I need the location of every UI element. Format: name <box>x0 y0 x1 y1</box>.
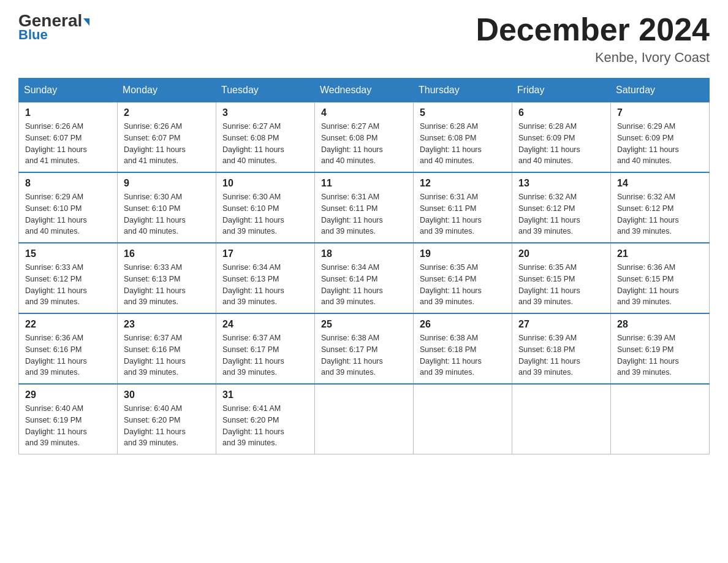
day-number: 6 <box>518 107 604 118</box>
day-info: Sunrise: 6:32 AM Sunset: 6:12 PM Dayligh… <box>518 191 604 237</box>
day-number: 18 <box>321 248 407 259</box>
table-row: 31 Sunrise: 6:41 AM Sunset: 6:20 PM Dayl… <box>216 384 315 454</box>
logo-line2: Blue <box>18 27 48 43</box>
day-info: Sunrise: 6:26 AM Sunset: 6:07 PM Dayligh… <box>124 121 210 167</box>
day-number: 30 <box>124 389 210 400</box>
day-info: Sunrise: 6:37 AM Sunset: 6:16 PM Dayligh… <box>124 332 210 378</box>
table-row: 30 Sunrise: 6:40 AM Sunset: 6:20 PM Dayl… <box>118 384 216 454</box>
day-number: 20 <box>518 248 604 259</box>
table-row: 21 Sunrise: 6:36 AM Sunset: 6:15 PM Dayl… <box>611 243 710 313</box>
day-info: Sunrise: 6:33 AM Sunset: 6:13 PM Dayligh… <box>124 262 210 308</box>
col-wednesday: Wednesday <box>315 79 414 102</box>
table-row <box>512 384 611 454</box>
table-row: 22 Sunrise: 6:36 AM Sunset: 6:16 PM Dayl… <box>19 313 118 384</box>
day-number: 27 <box>518 319 604 330</box>
table-row: 19 Sunrise: 6:35 AM Sunset: 6:14 PM Dayl… <box>414 243 512 313</box>
table-row: 26 Sunrise: 6:38 AM Sunset: 6:18 PM Dayl… <box>414 313 512 384</box>
table-row: 29 Sunrise: 6:40 AM Sunset: 6:19 PM Dayl… <box>19 384 118 454</box>
day-number: 10 <box>222 178 308 189</box>
table-row: 16 Sunrise: 6:33 AM Sunset: 6:13 PM Dayl… <box>118 243 216 313</box>
day-info: Sunrise: 6:39 AM Sunset: 6:18 PM Dayligh… <box>518 332 604 378</box>
table-row <box>611 384 710 454</box>
location: Kenbe, Ivory Coast <box>476 50 710 66</box>
day-number: 16 <box>124 248 210 259</box>
table-row: 7 Sunrise: 6:29 AM Sunset: 6:09 PM Dayli… <box>611 102 710 173</box>
calendar-header-row: Sunday Monday Tuesday Wednesday Thursday… <box>19 79 710 102</box>
day-number: 19 <box>420 248 506 259</box>
table-row: 5 Sunrise: 6:28 AM Sunset: 6:08 PM Dayli… <box>414 102 512 173</box>
day-info: Sunrise: 6:28 AM Sunset: 6:09 PM Dayligh… <box>518 121 604 167</box>
day-info: Sunrise: 6:32 AM Sunset: 6:12 PM Dayligh… <box>617 191 703 237</box>
col-monday: Monday <box>118 79 216 102</box>
col-tuesday: Tuesday <box>216 79 315 102</box>
table-row: 13 Sunrise: 6:32 AM Sunset: 6:12 PM Dayl… <box>512 172 611 243</box>
day-number: 25 <box>321 319 407 330</box>
calendar-week-row: 8 Sunrise: 6:29 AM Sunset: 6:10 PM Dayli… <box>19 172 710 243</box>
table-row: 11 Sunrise: 6:31 AM Sunset: 6:11 PM Dayl… <box>315 172 414 243</box>
day-info: Sunrise: 6:40 AM Sunset: 6:20 PM Dayligh… <box>124 403 210 449</box>
table-row: 24 Sunrise: 6:37 AM Sunset: 6:17 PM Dayl… <box>216 313 315 384</box>
col-saturday: Saturday <box>611 79 710 102</box>
col-thursday: Thursday <box>414 79 512 102</box>
day-info: Sunrise: 6:35 AM Sunset: 6:14 PM Dayligh… <box>420 262 506 308</box>
table-row: 14 Sunrise: 6:32 AM Sunset: 6:12 PM Dayl… <box>611 172 710 243</box>
table-row: 18 Sunrise: 6:34 AM Sunset: 6:14 PM Dayl… <box>315 243 414 313</box>
table-row: 8 Sunrise: 6:29 AM Sunset: 6:10 PM Dayli… <box>19 172 118 243</box>
day-number: 4 <box>321 107 407 118</box>
day-info: Sunrise: 6:27 AM Sunset: 6:08 PM Dayligh… <box>321 121 407 167</box>
day-info: Sunrise: 6:34 AM Sunset: 6:13 PM Dayligh… <box>222 262 308 308</box>
day-number: 22 <box>25 319 111 330</box>
table-row <box>315 384 414 454</box>
table-row: 23 Sunrise: 6:37 AM Sunset: 6:16 PM Dayl… <box>118 313 216 384</box>
table-row: 28 Sunrise: 6:39 AM Sunset: 6:19 PM Dayl… <box>611 313 710 384</box>
logo-triangle-icon <box>83 18 89 26</box>
col-sunday: Sunday <box>19 79 118 102</box>
day-info: Sunrise: 6:38 AM Sunset: 6:18 PM Dayligh… <box>420 332 506 378</box>
day-info: Sunrise: 6:34 AM Sunset: 6:14 PM Dayligh… <box>321 262 407 308</box>
calendar-week-row: 15 Sunrise: 6:33 AM Sunset: 6:12 PM Dayl… <box>19 243 710 313</box>
day-info: Sunrise: 6:30 AM Sunset: 6:10 PM Dayligh… <box>124 191 210 237</box>
title-area: December 2024 Kenbe, Ivory Coast <box>476 12 710 66</box>
month-title: December 2024 <box>476 12 710 47</box>
day-info: Sunrise: 6:31 AM Sunset: 6:11 PM Dayligh… <box>420 191 506 237</box>
day-info: Sunrise: 6:36 AM Sunset: 6:15 PM Dayligh… <box>617 262 703 308</box>
day-number: 15 <box>25 248 111 259</box>
day-info: Sunrise: 6:38 AM Sunset: 6:17 PM Dayligh… <box>321 332 407 378</box>
table-row: 25 Sunrise: 6:38 AM Sunset: 6:17 PM Dayl… <box>315 313 414 384</box>
calendar-week-row: 1 Sunrise: 6:26 AM Sunset: 6:07 PM Dayli… <box>19 102 710 173</box>
day-number: 1 <box>25 107 111 118</box>
day-number: 28 <box>617 319 703 330</box>
table-row: 17 Sunrise: 6:34 AM Sunset: 6:13 PM Dayl… <box>216 243 315 313</box>
col-friday: Friday <box>512 79 611 102</box>
day-info: Sunrise: 6:29 AM Sunset: 6:10 PM Dayligh… <box>25 191 111 237</box>
calendar-table: Sunday Monday Tuesday Wednesday Thursday… <box>18 78 710 454</box>
table-row: 4 Sunrise: 6:27 AM Sunset: 6:08 PM Dayli… <box>315 102 414 173</box>
day-number: 8 <box>25 178 111 189</box>
table-row: 15 Sunrise: 6:33 AM Sunset: 6:12 PM Dayl… <box>19 243 118 313</box>
day-number: 12 <box>420 178 506 189</box>
day-number: 3 <box>222 107 308 118</box>
day-number: 24 <box>222 319 308 330</box>
table-row: 20 Sunrise: 6:35 AM Sunset: 6:15 PM Dayl… <box>512 243 611 313</box>
day-number: 9 <box>124 178 210 189</box>
day-info: Sunrise: 6:28 AM Sunset: 6:08 PM Dayligh… <box>420 121 506 167</box>
day-number: 23 <box>124 319 210 330</box>
day-info: Sunrise: 6:36 AM Sunset: 6:16 PM Dayligh… <box>25 332 111 378</box>
day-number: 11 <box>321 178 407 189</box>
day-number: 2 <box>124 107 210 118</box>
day-number: 7 <box>617 107 703 118</box>
page-header: General Blue December 2024 Kenbe, Ivory … <box>18 12 710 66</box>
day-info: Sunrise: 6:27 AM Sunset: 6:08 PM Dayligh… <box>222 121 308 167</box>
day-info: Sunrise: 6:37 AM Sunset: 6:17 PM Dayligh… <box>222 332 308 378</box>
day-info: Sunrise: 6:31 AM Sunset: 6:11 PM Dayligh… <box>321 191 407 237</box>
day-number: 17 <box>222 248 308 259</box>
day-number: 14 <box>617 178 703 189</box>
day-number: 31 <box>222 389 308 400</box>
table-row: 2 Sunrise: 6:26 AM Sunset: 6:07 PM Dayli… <box>118 102 216 173</box>
day-number: 5 <box>420 107 506 118</box>
table-row: 1 Sunrise: 6:26 AM Sunset: 6:07 PM Dayli… <box>19 102 118 173</box>
day-info: Sunrise: 6:33 AM Sunset: 6:12 PM Dayligh… <box>25 262 111 308</box>
calendar-week-row: 22 Sunrise: 6:36 AM Sunset: 6:16 PM Dayl… <box>19 313 710 384</box>
day-number: 26 <box>420 319 506 330</box>
day-info: Sunrise: 6:39 AM Sunset: 6:19 PM Dayligh… <box>617 332 703 378</box>
